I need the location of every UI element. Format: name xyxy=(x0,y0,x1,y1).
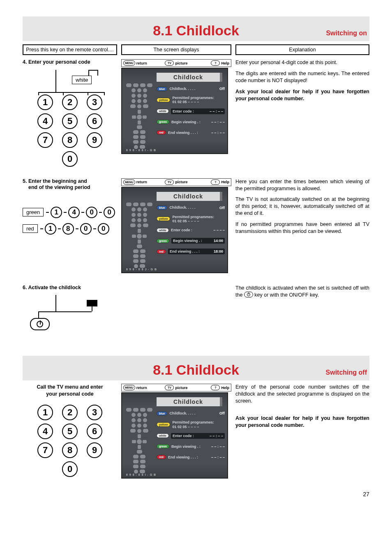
green-key: green xyxy=(157,120,169,124)
osd-code-off: 6 9 8 - 0 8 I - G B xyxy=(126,473,156,476)
osdoff-row-green: greenBegin viewing . :– – : – – xyxy=(157,443,225,450)
keypad-off: 1 2 3 4 5 6 7 8 9 0 xyxy=(23,405,117,477)
step4-p3: Ask your local dealer for help if you ha… xyxy=(235,88,369,102)
step5-p2: The TV is not automatically switched on … xyxy=(235,196,369,217)
step4-osd: MENU return TV picture ? Help Childlock xyxy=(121,59,231,154)
osd5-row-blue: blueChildlock. . . . .Off xyxy=(157,204,225,212)
header-screen: The screen displays xyxy=(121,44,231,55)
menu-key-icon: MENU xyxy=(123,60,135,66)
help-label: Help xyxy=(221,61,229,65)
digit-8[interactable]: 8 xyxy=(62,442,78,458)
seq-g-2[interactable]: 4 xyxy=(68,207,80,218)
digit-4[interactable]: 4 xyxy=(37,113,53,129)
seq-r-3[interactable]: 0 xyxy=(80,223,92,235)
page-number: 27 xyxy=(23,491,369,497)
digit-9[interactable]: 9 xyxy=(87,132,102,148)
digit-2[interactable]: 2 xyxy=(62,405,78,420)
standby-icon xyxy=(247,293,250,296)
osd5-row-white: whiteEnter code :– – – – xyxy=(157,226,225,234)
digit-7[interactable]: 7 xyxy=(37,132,53,148)
osd-row-red: redEnd viewing . . . :– – : – – xyxy=(157,129,225,136)
digit-0[interactable]: 0 xyxy=(62,151,78,167)
inline-standby-key xyxy=(244,292,253,297)
off-p1: Entry of the personal code number switch… xyxy=(235,384,369,405)
digit-5[interactable]: 5 xyxy=(62,424,78,439)
digit-6[interactable]: 6 xyxy=(87,113,102,129)
digit-8[interactable]: 8 xyxy=(62,132,78,148)
step4-p2: The digits are entered with the numeric … xyxy=(235,70,369,84)
digit-4[interactable]: 4 xyxy=(37,424,53,439)
seq-g-4[interactable]: 0 xyxy=(104,207,115,218)
digit-5[interactable]: 5 xyxy=(62,113,78,129)
osd5-row-red: redEnd viewing . . . :18:00 xyxy=(157,248,225,255)
osd5-row-green: greenBegin viewing . :14:00 xyxy=(157,237,225,244)
seq-r-4[interactable]: 0 xyxy=(98,223,109,235)
help-key-icon: ? xyxy=(211,180,220,185)
section-off-subtitle: Switching off xyxy=(253,369,367,378)
seq-g-1[interactable]: 1 xyxy=(51,207,62,218)
step5-row: 5. Enter the beginning and end of the vi… xyxy=(23,178,369,273)
osdoff-row-blue: blueChildlock. . . . .Off xyxy=(157,410,225,417)
red-label: red xyxy=(23,224,38,233)
off-p2: Ask your local dealer for help if you ha… xyxy=(235,415,369,429)
osdoff-row-white: whiteEnter code :– – : – – xyxy=(157,432,225,440)
step5-explain: Here you can enter the times between whi… xyxy=(235,178,369,273)
tv-key-icon: TV xyxy=(165,385,174,390)
step6-label: 6. Activate the childlock xyxy=(23,285,117,291)
section-off-band: 8.1 Childlock Switching off xyxy=(23,356,369,380)
section-off-title: 8.1 Childlock xyxy=(139,362,253,378)
header-remote: Press this key on the remote control.... xyxy=(23,44,117,55)
seq-g-3[interactable]: 0 xyxy=(86,207,97,218)
osdoff-row-red: redEnd viewing . . . :– – : – – xyxy=(157,454,225,461)
osd-title-off: Childlock xyxy=(157,397,222,406)
white-pointer-label: white xyxy=(72,76,92,84)
step4-label: 4. Enter your personal code xyxy=(23,59,117,66)
off-explain: Entry of the personal code number switch… xyxy=(235,384,369,479)
digit-1[interactable]: 1 xyxy=(37,94,53,110)
digit-7[interactable]: 7 xyxy=(37,442,53,458)
tv-key-icon: TV xyxy=(165,180,174,185)
osd-topbar: MENU return TV picture ? Help xyxy=(121,59,231,67)
step4-explain: Enter your personal 4-digit code at this… xyxy=(235,59,369,167)
osd-topbar-off: MENU return TV picture ? Help xyxy=(121,384,231,391)
step6-row: 6. Activate the childlock The childlock … xyxy=(23,285,369,345)
osd-remote-graphic-5 xyxy=(125,203,153,269)
step5-osd: MENU return TV picture ? Help Childlock xyxy=(121,178,231,273)
digit-1[interactable]: 1 xyxy=(37,405,53,420)
off-left-text: Call the TV menu and enter your personal… xyxy=(23,384,117,397)
standby-key[interactable] xyxy=(30,318,50,330)
step5-label: 5. Enter the beginning and end of the vi… xyxy=(23,178,117,191)
seq-r-2[interactable]: 8 xyxy=(62,223,74,235)
osd-title: Childlock xyxy=(157,73,222,82)
digit-6[interactable]: 6 xyxy=(87,424,102,439)
step6-p1: The childlock is activated when the set … xyxy=(235,285,369,299)
standby-diagram xyxy=(23,295,105,344)
header-explain: Explanation xyxy=(235,44,369,55)
red-key: red xyxy=(157,130,166,135)
menu-key-icon: MENU xyxy=(123,385,135,390)
digit-3[interactable]: 3 xyxy=(87,94,102,110)
step4-row: 4. Enter your personal code white 1 2 3 … xyxy=(23,59,369,167)
white-pointer: white xyxy=(23,70,117,94)
osd-code: 6 9 8 - 0 8 I - G B xyxy=(126,149,156,152)
step4-p1: Enter your personal 4-digit code at this… xyxy=(235,59,369,66)
step5-p3: If no permitted programmes have been ent… xyxy=(235,221,369,235)
section-on-band: 8.1 Childlock Switching on xyxy=(23,16,369,41)
digit-9[interactable]: 9 xyxy=(87,442,102,458)
header-row: Press this key on the remote control....… xyxy=(23,44,369,55)
off-row: Call the TV menu and enter your personal… xyxy=(23,384,369,479)
blue-key: blue xyxy=(157,87,167,91)
digit-2[interactable]: 2 xyxy=(62,94,78,110)
osd-remote-graphic-off xyxy=(125,408,153,475)
help-key-icon: ? xyxy=(211,60,220,66)
help-key-icon: ? xyxy=(211,385,220,390)
osdoff-row-yellow: yellowPermitted programmes:01 02 05 – – … xyxy=(157,420,225,429)
tv-key-icon: TV xyxy=(165,60,174,66)
digit-0[interactable]: 0 xyxy=(62,461,78,477)
red-sequence: red 1 8 0 0 xyxy=(23,223,117,235)
digit-3[interactable]: 3 xyxy=(87,405,102,420)
step5-p1: Here you can enter the times between whi… xyxy=(235,178,369,192)
return-label: return xyxy=(136,61,147,65)
section-on-subtitle: Switching on xyxy=(253,30,367,39)
seq-r-1[interactable]: 1 xyxy=(45,223,56,235)
